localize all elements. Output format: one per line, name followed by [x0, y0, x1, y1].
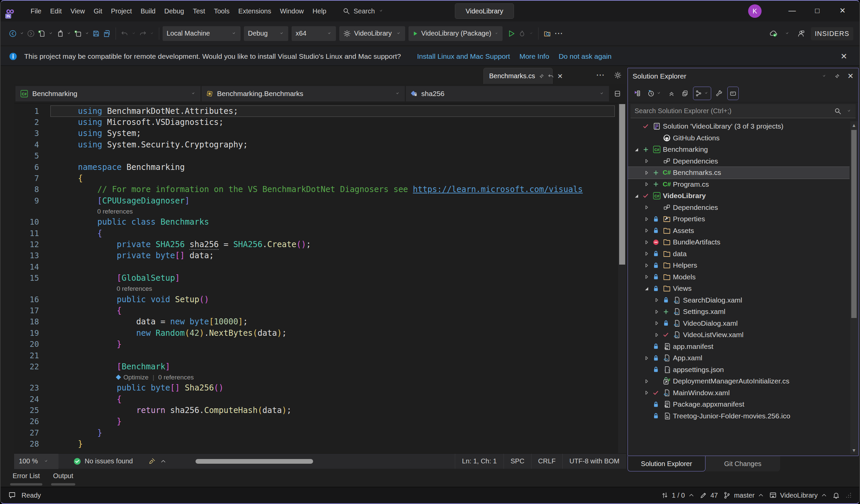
code-line-9[interactable]: 9 [CPUUsageDiagnoser]	[14, 195, 618, 206]
code-cleanup-button[interactable]	[148, 458, 166, 465]
expander-expanded-icon[interactable]	[632, 193, 641, 199]
tree-item-benchmarks-cs[interactable]: C#Benchmarks.cs	[628, 167, 849, 179]
menu-window[interactable]: Window	[275, 4, 308, 18]
run-profile-dropdown[interactable]: VideoLibrary (Package)	[408, 26, 503, 41]
navigate-back-button[interactable]	[8, 27, 18, 40]
current-branch[interactable]: master	[723, 492, 764, 499]
tree-item-package-appxmanifest[interactable]: Package.appxmanifest	[628, 399, 849, 410]
minimize-button[interactable]: —	[780, 1, 804, 21]
expander-collapsed-icon[interactable]	[642, 228, 651, 233]
tab-solution-explorer[interactable]: Solution Explorer	[628, 456, 705, 471]
code-line-8[interactable]: 8 // For more information on the VS Benc…	[14, 184, 618, 195]
scroll-up-icon[interactable]: ▲	[850, 121, 858, 129]
pin-icon[interactable]	[539, 73, 545, 79]
expander-collapsed-icon[interactable]	[642, 158, 651, 164]
save-all-button[interactable]	[101, 27, 112, 40]
expander-collapsed-icon[interactable]	[642, 263, 651, 268]
chevron-down-icon[interactable]	[527, 31, 535, 36]
tree-item-deploymentmanagerautoinitializer-cs[interactable]: #DeploymentManagerAutoInitializer.cs	[628, 375, 849, 387]
code-line-5[interactable]: 5	[14, 150, 618, 162]
codelens[interactable]: 0 references	[14, 207, 618, 217]
whitespace-mode[interactable]: SPC	[504, 454, 531, 469]
code-line-12[interactable]: 12 private SHA256 sha256 = SHA256.Create…	[14, 239, 618, 250]
expander-collapsed-icon[interactable]	[642, 216, 651, 222]
editor-settings-gear-icon[interactable]	[614, 72, 621, 79]
chevron-down-icon[interactable]	[784, 31, 791, 36]
tree-item-app-xaml[interactable]: App.xaml	[628, 352, 849, 364]
nav-dropdown-0[interactable]: C#Benchmarking	[15, 86, 201, 101]
tree-item-videodialog-xaml[interactable]: VideoDialog.xaml	[628, 318, 849, 329]
search-menu[interactable]: Search	[339, 5, 387, 17]
infobar-link-install-linux-and-mac-support[interactable]: Install Linux and Mac Support	[417, 53, 510, 60]
open-file-button[interactable]	[54, 27, 65, 40]
expander-collapsed-icon[interactable]	[642, 251, 651, 256]
tree-item-data[interactable]: data	[628, 248, 849, 260]
editor-vertical-scrollbar[interactable]	[618, 103, 626, 453]
encoding[interactable]: UTF-8 with BOM	[562, 454, 626, 469]
expander-collapsed-icon[interactable]	[642, 390, 651, 396]
sync-status-icon[interactable]	[768, 27, 779, 40]
code-line-14[interactable]: 14	[14, 261, 618, 272]
panel-tab-output[interactable]: Output	[51, 472, 75, 486]
tree-item-helpers[interactable]: Helpers	[628, 260, 849, 271]
tree-item-solution-videolibrary-3-of-3-projects[interactable]: Solution 'VideoLibrary' (3 of 3 projects…	[628, 120, 849, 132]
code-line-3[interactable]: 3using System;	[14, 128, 618, 139]
menu-view[interactable]: View	[66, 4, 89, 18]
split-window-icon[interactable]	[610, 90, 625, 97]
feedback-bubble-icon[interactable]	[8, 491, 16, 499]
health-indicator[interactable]: No issues found	[73, 457, 133, 465]
expander-collapsed-icon[interactable]	[642, 274, 651, 280]
expander-collapsed-icon[interactable]	[642, 205, 651, 210]
infobar-link-do-not-ask-again[interactable]: Do not ask again	[559, 53, 612, 60]
close-tab-icon[interactable]: ✕	[557, 72, 563, 80]
chevron-down-icon[interactable]	[148, 31, 156, 36]
panel-tab-error-list[interactable]: Error List	[10, 472, 42, 486]
menu-edit[interactable]: Edit	[46, 4, 66, 18]
tree-item-properties[interactable]: Properties	[628, 213, 849, 225]
tree-item-dependencies[interactable]: Dependencies	[628, 202, 849, 213]
menu-test[interactable]: Test	[188, 4, 210, 18]
undo-button[interactable]	[119, 27, 130, 40]
codelens[interactable]: 0 references	[14, 284, 618, 294]
code-line-7[interactable]: 7{	[14, 173, 618, 184]
debug-target-dropdown[interactable]: Local Machine	[162, 26, 241, 41]
scroll-down-icon[interactable]: ▼	[850, 446, 858, 454]
tree-item-github-actions[interactable]: GitHub Actions	[628, 132, 849, 144]
properties-wrench-button[interactable]	[714, 87, 725, 100]
tree-item-mainwindow-xaml[interactable]: MainWindow.xaml	[628, 387, 849, 399]
expander-collapsed-icon[interactable]	[652, 332, 661, 338]
document-tab[interactable]: Benchmarks.cs ✕	[484, 68, 553, 84]
tree-item-videolibrary[interactable]: C#VideoLibrary	[628, 190, 849, 202]
find-in-files-button[interactable]	[542, 27, 553, 40]
menu-tools[interactable]: Tools	[210, 4, 234, 18]
code-line-10[interactable]: 10 public class Benchmarks	[14, 217, 618, 228]
tree-item-dependencies[interactable]: Dependencies	[628, 155, 849, 167]
tree-item-videolistview-xaml[interactable]: VideoListView.xaml	[628, 329, 849, 341]
account-avatar[interactable]: K	[748, 4, 762, 18]
chevron-down-icon[interactable]	[83, 31, 91, 36]
feedback-icon[interactable]	[796, 27, 806, 40]
code-line-18[interactable]: 18 data = new byte[10000];	[14, 316, 618, 327]
code-line-1[interactable]: 1using BenchmarkDotNet.Attributes;	[14, 105, 618, 117]
menu-build[interactable]: Build	[137, 4, 160, 18]
line-ending[interactable]: CRLF	[531, 454, 562, 469]
platform-dropdown[interactable]: x64	[291, 26, 336, 41]
expander-collapsed-icon[interactable]	[642, 239, 651, 245]
menu-file[interactable]: File	[26, 4, 46, 18]
tab-git-changes[interactable]: Git Changes	[705, 456, 780, 471]
code-line-15[interactable]: 15 [GlobalSetup]	[14, 272, 618, 283]
chevron-down-icon[interactable]	[821, 74, 827, 79]
code-line-22[interactable]: 22 [Benchmark]	[14, 361, 618, 372]
chevron-down-icon[interactable]	[47, 31, 54, 36]
expander-collapsed-icon[interactable]	[642, 355, 651, 361]
tree-item-treetog-junior-folder-movies-256-ico[interactable]: Treetog-Junior-Folder-movies.256.ico	[628, 410, 849, 422]
expander-collapsed-icon[interactable]	[642, 170, 651, 176]
menu-help[interactable]: Help	[308, 4, 331, 18]
undock-icon[interactable]	[548, 73, 554, 79]
tree-item-searchdialog-xaml[interactable]: SearchDialog.xaml	[628, 295, 849, 306]
menu-project[interactable]: Project	[106, 4, 136, 18]
code-line-17[interactable]: 17 {	[14, 305, 618, 316]
infobar-link-more-info[interactable]: More Info	[519, 53, 549, 60]
chevron-down-icon[interactable]	[18, 31, 26, 36]
close-button[interactable]: ✕	[830, 1, 855, 21]
